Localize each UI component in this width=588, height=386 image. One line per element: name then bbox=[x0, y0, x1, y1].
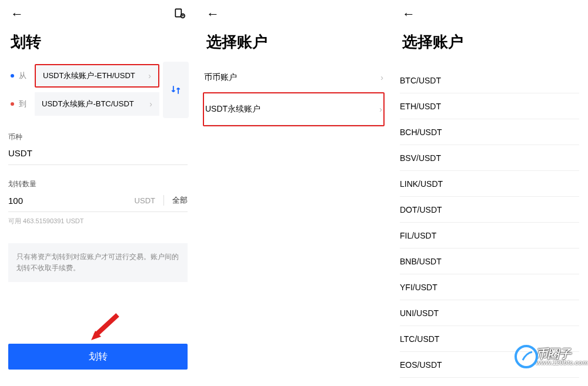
to-dot-icon bbox=[11, 102, 14, 106]
transfer-button[interactable]: 划转 bbox=[8, 344, 188, 370]
transfer-card: 从 USDT永续账户-ETH/USDT › 到 USDT永续账户-BTC/USD… bbox=[7, 62, 189, 118]
pair-item[interactable]: FIL/USDT bbox=[400, 223, 579, 249]
chevron-right-icon: › bbox=[379, 105, 382, 114]
pair-label: BCH/USDT bbox=[400, 127, 442, 137]
to-label: 到 bbox=[19, 99, 26, 109]
pair-item[interactable]: UNI/USDT bbox=[400, 300, 579, 326]
from-account-selector[interactable]: USDT永续账户-ETH/USDT › bbox=[35, 64, 159, 88]
hint-text: 只有将资产划转到对应账户才可进行交易。账户间的划转不收取手续费。 bbox=[8, 243, 188, 282]
pair-label: ETH/USDT bbox=[400, 102, 441, 111]
transfer-screen: ← 划转 从 USDT永续账户-ETH/USDT › 到 USDT永续账户-BT… bbox=[0, 0, 196, 386]
chevron-right-icon: › bbox=[149, 99, 152, 109]
available-text: 可用 463.51590391 USDT bbox=[0, 212, 196, 230]
header: ← bbox=[392, 0, 587, 28]
select-account-screen: ← 选择账户 币币账户 › USDT永续账户 › bbox=[196, 0, 392, 386]
pair-label: DOT/USDT bbox=[400, 205, 442, 214]
pair-list: BTC/USDTETH/USDTBCH/USDTBSV/USDTLINK/USD… bbox=[392, 68, 587, 386]
pair-label: BTC/USDT bbox=[400, 76, 441, 85]
account-label: USDT永续账户 bbox=[205, 104, 260, 115]
account-label: 币币账户 bbox=[204, 72, 237, 83]
amount-field: 100 USDT 全部 bbox=[8, 195, 188, 212]
pair-label: UNI/USDT bbox=[400, 308, 439, 318]
watermark-brand: 币圈子 bbox=[536, 348, 588, 360]
header: ← bbox=[196, 0, 392, 28]
amount-unit: USDT bbox=[135, 196, 155, 205]
chevron-right-icon: › bbox=[380, 73, 383, 82]
coin-field[interactable]: USDT bbox=[8, 148, 188, 165]
pair-item[interactable]: TRX/USDT bbox=[400, 378, 579, 386]
account-item-usdt-perp[interactable]: USDT永续账户 › bbox=[205, 93, 382, 125]
pair-item[interactable]: BCH/USDT bbox=[400, 119, 579, 145]
page-title: 选择账户 bbox=[196, 28, 392, 62]
pair-item[interactable]: DOT/USDT bbox=[400, 197, 579, 223]
watermark-url: www.120btc.com bbox=[536, 360, 588, 366]
pair-item[interactable]: BTC/USDT bbox=[400, 68, 579, 93]
pair-label: LINK/USDT bbox=[400, 179, 443, 189]
pair-label: YFI/USDT bbox=[400, 283, 437, 292]
back-icon[interactable]: ← bbox=[206, 6, 219, 22]
to-row: 到 USDT永续账户-BTC/USDT › bbox=[7, 90, 159, 118]
pair-label: FIL/USDT bbox=[400, 231, 436, 240]
back-icon[interactable]: ← bbox=[11, 6, 24, 22]
chevron-right-icon: › bbox=[148, 71, 151, 80]
annotation-arrow-icon bbox=[88, 312, 123, 341]
amount-input[interactable]: 100 bbox=[8, 196, 135, 206]
account-item-spot[interactable]: 币币账户 › bbox=[204, 62, 383, 93]
amount-all-button[interactable]: 全部 bbox=[163, 195, 188, 206]
pair-label: BNB/USDT bbox=[400, 257, 442, 266]
page-title: 划转 bbox=[0, 28, 196, 62]
to-account-value: USDT永续账户-BTC/USDT bbox=[42, 99, 134, 109]
pair-item[interactable]: ETH/USDT bbox=[400, 93, 579, 119]
pair-label: BSV/USDT bbox=[400, 153, 441, 163]
from-row: 从 USDT永续账户-ETH/USDT › bbox=[7, 62, 159, 90]
pair-item[interactable]: YFI/USDT bbox=[400, 274, 579, 300]
coin-label: 币种 bbox=[0, 118, 196, 148]
header: ← bbox=[0, 0, 196, 28]
to-account-selector[interactable]: USDT永续账户-BTC/USDT › bbox=[35, 92, 159, 116]
amount-label: 划转数量 bbox=[0, 165, 196, 195]
watermark: 币圈子 www.120btc.com bbox=[514, 345, 588, 368]
from-account-value: USDT永续账户-ETH/USDT bbox=[43, 71, 135, 81]
coin-value: USDT bbox=[8, 148, 32, 158]
pair-item[interactable]: LINK/USDT bbox=[400, 171, 579, 197]
watermark-logo-icon bbox=[514, 345, 538, 368]
pair-label: EOS/USDT bbox=[400, 360, 442, 370]
pair-item[interactable]: BSV/USDT bbox=[400, 145, 579, 171]
select-pair-screen: ← 选择账户 BTC/USDTETH/USDTBCH/USDTBSV/USDTL… bbox=[392, 0, 587, 386]
from-dot-icon bbox=[11, 74, 14, 78]
history-icon[interactable] bbox=[173, 7, 185, 22]
from-label: 从 bbox=[19, 71, 26, 81]
back-icon[interactable]: ← bbox=[402, 6, 415, 22]
pair-item[interactable]: BNB/USDT bbox=[400, 249, 579, 274]
pair-label: LTC/USDT bbox=[400, 334, 439, 344]
swap-button[interactable] bbox=[163, 62, 189, 118]
page-title: 选择账户 bbox=[392, 28, 587, 62]
